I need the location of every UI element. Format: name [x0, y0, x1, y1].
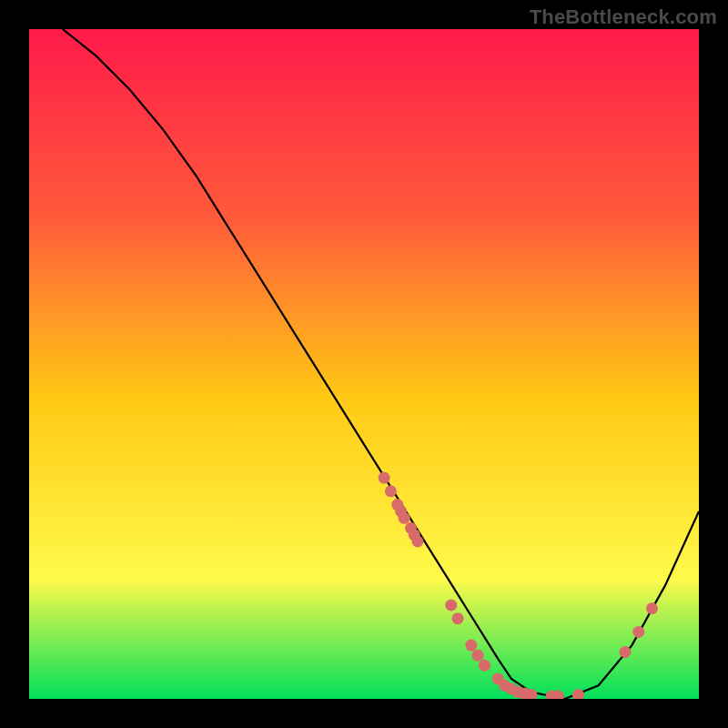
- data-point: [620, 646, 632, 658]
- data-point: [479, 660, 490, 672]
- watermark-text: TheBottleneck.com: [530, 5, 717, 29]
- chart-frame: [29, 29, 699, 699]
- data-point: [445, 600, 457, 612]
- data-point: [465, 640, 477, 652]
- data-point: [411, 536, 423, 548]
- bottleneck-chart: [29, 29, 699, 699]
- data-point: [452, 612, 464, 624]
- data-point: [379, 472, 390, 484]
- data-point: [385, 485, 397, 497]
- data-point: [646, 602, 658, 614]
- data-point: [472, 650, 484, 662]
- data-point: [399, 512, 410, 524]
- gradient-background: [29, 29, 699, 699]
- data-point: [632, 626, 644, 638]
